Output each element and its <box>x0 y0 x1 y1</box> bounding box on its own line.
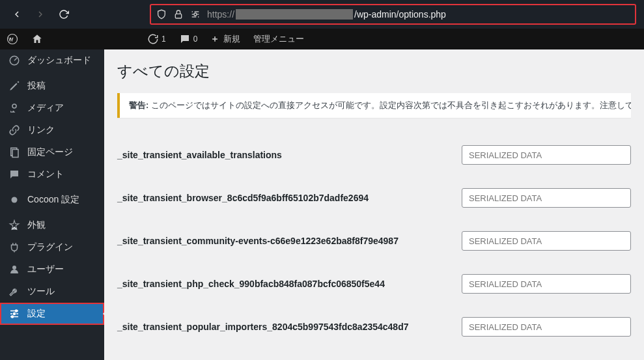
comments-link[interactable]: 0 <box>173 29 204 49</box>
new-content-link[interactable]: ＋ 新規 <box>204 29 247 49</box>
sidebar-item-label: プラグイン <box>27 242 73 253</box>
permissions-icon <box>190 9 201 20</box>
svg-point-9 <box>16 310 18 312</box>
svg-point-8 <box>14 313 16 315</box>
option-input[interactable] <box>462 231 631 251</box>
svg-point-6 <box>12 197 18 203</box>
option-row: _site_transient_browser_8c6cd5f9a6bff651… <box>117 176 631 219</box>
page-title: すべての設定 <box>117 61 631 81</box>
tools-icon <box>8 285 21 298</box>
option-row: _site_transient_php_check_990bfacb848fa0… <box>117 262 631 305</box>
pages-icon <box>8 146 21 159</box>
sidebar-item-appearance[interactable]: 外観 <box>0 214 104 236</box>
option-row: _site_transient_available_translations <box>117 133 631 176</box>
back-button[interactable] <box>8 5 26 23</box>
sidebar-item-cocoon[interactable]: Cocoon 設定 <box>0 189 104 211</box>
updates-count: 1 <box>161 35 166 44</box>
media-icon <box>8 102 21 115</box>
updates-link[interactable]: 1 <box>141 29 173 49</box>
active-pointer <box>103 309 108 319</box>
links-icon <box>8 124 21 137</box>
option-row: _site_transient_popular_importers_8204c5… <box>117 305 631 348</box>
url-path: /wp-admin/options.php <box>354 9 446 20</box>
sidebar-item-comments[interactable]: コメント <box>0 163 104 186</box>
manage-menu-link[interactable]: 管理メニュー <box>247 29 311 49</box>
sidebar-item-label: リンク <box>27 124 55 136</box>
option-input[interactable] <box>462 145 631 165</box>
option-label: _site_transient_php_check_990bfacb848fa0… <box>117 279 462 289</box>
option-row: _site_transient_community-events-c66e9e1… <box>117 219 631 262</box>
option-row: _site_transient_theme_roots <box>117 348 631 360</box>
sidebar-item-label: メディア <box>27 102 64 114</box>
manage-menu-label: 管理メニュー <box>253 33 304 45</box>
lock-icon <box>173 9 184 20</box>
option-label: _site_transient_popular_importers_8204c5… <box>117 322 462 332</box>
sidebar-item-posts[interactable]: 投稿 <box>0 75 104 97</box>
sidebar-item-label: 設定 <box>27 308 46 320</box>
sidebar-item-label: 固定ページ <box>27 146 73 158</box>
users-icon <box>8 263 21 276</box>
posts-icon <box>8 79 21 92</box>
sidebar-item-label: 投稿 <box>27 80 46 92</box>
sidebar-item-tools[interactable]: ツール <box>0 281 104 303</box>
option-input[interactable] <box>462 188 631 208</box>
svg-point-7 <box>12 266 16 270</box>
url-protocol: https:// <box>207 9 234 20</box>
option-input[interactable] <box>462 317 631 337</box>
site-home-link[interactable] <box>25 29 49 49</box>
address-bar[interactable]: https:// /wp-admin/options.php <box>150 4 636 25</box>
warning-text: このページではサイトの設定への直接アクセスが可能です。設定内容次第では不具合を引… <box>148 100 631 110</box>
sidebar-item-label: コメント <box>27 169 64 180</box>
main-layout: ダッシュボード 投稿 メディア リンク 固定ページ コメント Cocoon 設定 <box>0 49 644 360</box>
sidebar-item-users[interactable]: ユーザー <box>0 258 104 281</box>
cocoon-icon <box>8 193 21 206</box>
plugins-icon <box>8 241 21 254</box>
sidebar-item-label: ツール <box>27 286 55 298</box>
dashboard-icon <box>8 54 21 67</box>
comments-count: 0 <box>193 35 198 44</box>
sidebar-item-pages[interactable]: 固定ページ <box>0 141 104 163</box>
content-area: すべての設定 警告: このページではサイトの設定への直接アクセスが可能です。設定… <box>104 49 644 360</box>
shield-icon <box>156 9 167 20</box>
svg-point-1 <box>194 13 197 16</box>
url-domain-redacted <box>236 9 353 20</box>
option-input[interactable] <box>462 274 631 294</box>
sidebar-item-settings[interactable]: 設定 <box>0 303 104 325</box>
svg-rect-5 <box>12 150 18 158</box>
warning-notice: 警告: このページではサイトの設定への直接アクセスが可能です。設定内容次第では不… <box>117 93 631 118</box>
option-label: _site_transient_available_translations <box>117 150 462 160</box>
wp-admin-toolbar: 1 0 ＋ 新規 管理メニュー <box>0 29 644 49</box>
comments-icon <box>8 168 21 181</box>
reload-button[interactable] <box>55 5 73 23</box>
url-text: https:// /wp-admin/options.php <box>207 9 630 20</box>
forward-button[interactable] <box>31 5 49 23</box>
sidebar-item-label: 外観 <box>27 219 46 231</box>
sidebar-item-links[interactable]: リンク <box>0 119 104 141</box>
plus-icon: ＋ <box>210 33 219 45</box>
option-label: _site_transient_browser_8c6cd5f9a6bff651… <box>117 193 462 203</box>
settings-icon <box>8 307 21 320</box>
sidebar-item-dashboard[interactable]: ダッシュボード <box>0 49 104 72</box>
svg-rect-0 <box>175 14 181 18</box>
sidebar-item-label: ダッシュボード <box>27 55 91 66</box>
appearance-icon <box>8 219 21 232</box>
new-label: 新規 <box>223 33 240 45</box>
warning-prefix: 警告: <box>129 100 148 110</box>
admin-sidebar: ダッシュボード 投稿 メディア リンク 固定ページ コメント Cocoon 設定 <box>0 49 104 360</box>
sidebar-item-media[interactable]: メディア <box>0 97 104 119</box>
sidebar-item-label: Cocoon 設定 <box>27 194 79 206</box>
browser-chrome: https:// /wp-admin/options.php <box>0 0 644 29</box>
sidebar-item-plugins[interactable]: プラグイン <box>0 236 104 258</box>
wp-logo-menu[interactable] <box>0 29 25 49</box>
sidebar-item-label: ユーザー <box>27 264 64 275</box>
svg-point-10 <box>12 316 14 318</box>
option-label: _site_transient_community-events-c66e9e1… <box>117 236 462 246</box>
